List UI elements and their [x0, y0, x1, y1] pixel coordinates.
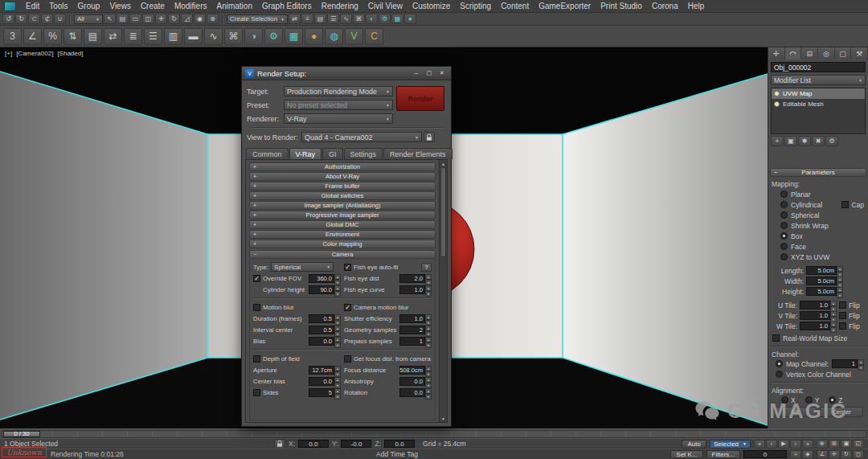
named-selection-set-dropdown[interactable]: Create Selection S [227, 14, 288, 24]
spinner-arrows[interactable] [858, 359, 864, 368]
window-crossing-icon[interactable]: ◫ [142, 14, 154, 24]
modifier-enable-icon[interactable] [774, 91, 780, 96]
schematic-view-icon[interactable]: ⌘ [353, 14, 365, 24]
real-world-map-size-option[interactable]: Real-World Map Size [768, 333, 868, 343]
spinner-arrows[interactable] [334, 377, 341, 386]
rollout-header[interactable]: + Authorization [249, 162, 436, 171]
flip-checkbox[interactable] [839, 301, 846, 309]
key-filters-button[interactable]: Filters... [706, 450, 740, 459]
tile-spinner[interactable]: 1.0 [800, 301, 837, 309]
spinner-arrows[interactable] [425, 314, 432, 323]
menu-item[interactable]: Scripting [455, 0, 496, 13]
menu-item[interactable]: Content [496, 0, 534, 13]
prepass-samples-spinner[interactable]: 1 [399, 337, 432, 346]
dialog-titlebar[interactable]: V Render Setup: ─ ▢ ✕ [242, 67, 451, 80]
viewport-menu-pov[interactable]: [Camera002] [16, 50, 53, 57]
spinner-arrows[interactable] [837, 277, 843, 285]
spinner-arrows[interactable] [425, 274, 432, 283]
tab-common[interactable]: Common [246, 148, 289, 159]
stack-item-uvw-map[interactable]: UVW Map [772, 88, 865, 99]
spinner-arrows[interactable] [425, 285, 432, 294]
dim-spinner[interactable]: 5.0cm [806, 266, 843, 275]
map-channel-option[interactable]: Map Channel: 1 [768, 359, 868, 369]
menu-item[interactable]: Civil View [363, 0, 407, 13]
menu-item[interactable]: Views [104, 0, 136, 13]
rotation-spinner[interactable]: 0.0 [399, 388, 432, 397]
scroll-down-icon[interactable]: ▼ [441, 415, 445, 422]
orbit-icon[interactable]: ↻ [841, 450, 852, 459]
max-logo-icon[interactable] [4, 2, 16, 11]
cap-checkbox[interactable] [841, 201, 849, 208]
add-time-tag[interactable]: Add Time Tag [376, 450, 418, 458]
render-iterative-icon[interactable]: ◍ [325, 28, 343, 45]
schematic-view-2-icon[interactable]: ⌘ [224, 28, 243, 45]
x-coordinate-field[interactable]: 0.0 [298, 440, 329, 448]
panel-tab-modify[interactable]: ◠ [785, 47, 802, 59]
goto-end-icon[interactable]: » [802, 440, 813, 449]
get-focus-dist-checkbox[interactable] [344, 355, 351, 363]
menu-item[interactable]: Modifiers [170, 0, 212, 13]
rendered-frame-2-icon[interactable]: ▦ [285, 28, 303, 45]
goto-start-icon[interactable]: « [754, 440, 765, 449]
set-key-button[interactable]: Set K... [670, 450, 702, 459]
mirror-tool-icon[interactable]: ⇄ [104, 28, 122, 45]
camera-motion-blur-checkbox[interactable] [344, 304, 351, 311]
pan-icon[interactable]: ✛ [829, 450, 840, 459]
tab-settings[interactable]: Settings [344, 148, 383, 159]
menu-item[interactable]: Create [136, 0, 170, 13]
redo-icon[interactable]: ↻ [15, 14, 27, 24]
panel-tab-hierarchy[interactable]: ⊟ [801, 47, 818, 59]
menu-item[interactable]: Tools [44, 0, 72, 13]
material-editor-2-icon[interactable]: ◑ [244, 28, 263, 45]
selection-lock-toggle[interactable] [274, 439, 285, 449]
spinner-arrows[interactable] [830, 311, 837, 320]
dialog-scrollbar[interactable]: ▲ ▼ [439, 160, 447, 422]
flip-checkbox[interactable] [839, 312, 846, 319]
dim-spinner[interactable]: 5.0cm [806, 277, 843, 285]
prev-frame-icon[interactable]: ‹ [766, 440, 777, 449]
close-button[interactable]: ✕ [436, 68, 448, 78]
scene-explorer-icon[interactable]: ☰ [327, 14, 339, 24]
flip-checkbox[interactable] [839, 322, 846, 330]
selection-filter-dropdown[interactable]: All [74, 14, 103, 24]
menu-item[interactable]: Customize [407, 0, 455, 13]
align-tool-icon[interactable]: ≣ [124, 28, 142, 45]
set-key-icon[interactable]: + [790, 450, 801, 459]
mapping-xyz-to-uvw[interactable]: XYZ to UVW [768, 252, 868, 262]
mapping-shrink-wrap[interactable]: Shrink Wrap [768, 220, 868, 231]
preset-dropdown[interactable]: No preset selected [284, 100, 393, 110]
fov-icon[interactable]: ∠ [817, 450, 828, 459]
play-icon[interactable]: ▶ [778, 440, 789, 449]
make-unique-icon[interactable]: ✱ [798, 136, 811, 146]
renderer-dropdown[interactable]: V-Ray [284, 113, 393, 124]
select-object-icon[interactable]: ↖ [104, 14, 116, 24]
curve-editor-icon[interactable]: ∿ [340, 14, 352, 24]
zoom-all-icon[interactable]: ⊞ [829, 440, 840, 449]
fish-eye-autofit-checkbox[interactable] [344, 264, 351, 271]
undo-icon[interactable]: ↺ [2, 14, 14, 24]
toggle-layer-explorer-icon[interactable]: ▥ [164, 28, 182, 45]
override-fov-spinner[interactable]: 360.0 [309, 274, 341, 283]
rollout-header[interactable]: + Progressive image sampler [249, 211, 436, 219]
cylinder-height-spinner[interactable]: 90.0 [309, 285, 341, 294]
menu-item[interactable]: Group [73, 0, 105, 13]
material-editor-icon[interactable]: ◐ [366, 14, 378, 24]
select-and-rotate-icon[interactable]: ↻ [168, 14, 180, 24]
use-center-icon[interactable]: ◉ [194, 14, 206, 24]
select-and-scale-icon[interactable]: ◿ [181, 14, 193, 24]
rollout-header[interactable]: + Frame buffer [249, 182, 436, 191]
angle-snap-icon[interactable]: ∠ [23, 28, 42, 45]
map-channel-spinner[interactable]: 1 [832, 359, 864, 368]
select-and-link-icon[interactable]: ⊂ [28, 14, 40, 24]
rendered-frame-icon[interactable]: ▦ [391, 14, 403, 24]
menu-item[interactable]: Edit [21, 0, 44, 13]
layer-manager-icon[interactable]: ▤ [314, 14, 326, 24]
spinner-arrows[interactable] [425, 326, 432, 334]
selection-region-icon[interactable]: ▭ [129, 14, 141, 24]
view-to-render-dropdown[interactable]: Quad 4 - Camera002 [301, 132, 422, 142]
pin-stack-icon[interactable]: ⌖ [771, 136, 784, 146]
zoom-extents-icon[interactable]: ▣ [841, 440, 852, 449]
toggle-ribbon-icon[interactable]: ▬ [184, 28, 203, 45]
current-frame-field[interactable]: 0 [743, 450, 787, 458]
rollout-header[interactable]: + About V-Ray [249, 172, 436, 181]
